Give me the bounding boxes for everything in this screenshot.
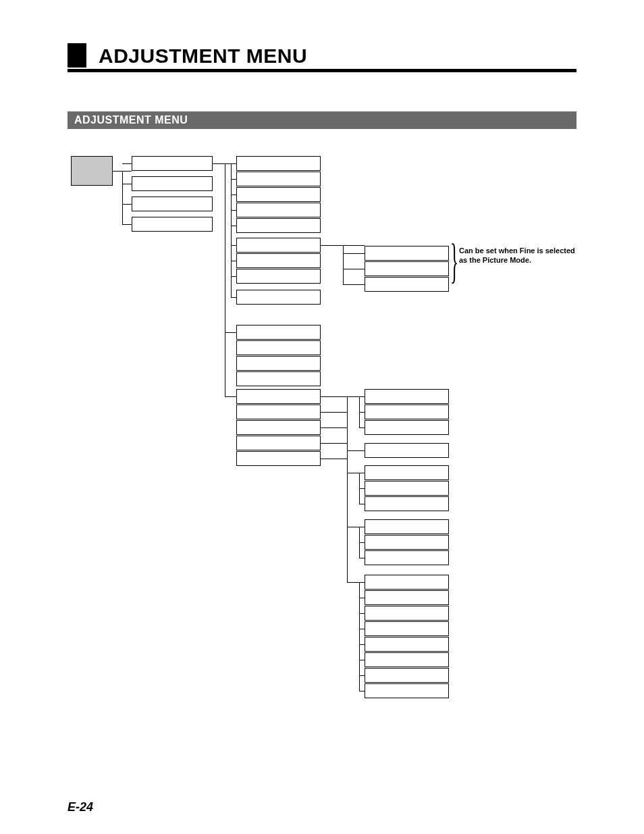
connector [359,660,365,660]
connector [343,253,365,254]
connector [343,245,344,284]
connector [359,675,365,676]
tree-col3-item [365,621,449,636]
tree-col3-item [365,496,449,511]
connector [122,163,132,164]
connector [359,558,365,558]
tree-col2-item [236,253,321,268]
tree-col3-item [365,465,449,480]
connector [321,412,347,413]
connector [321,459,347,459]
tree-col2-item [236,238,321,253]
tree-col2-item [236,187,321,202]
connector [231,163,236,164]
tree-col2-item [236,325,321,340]
tree-col3-item [365,550,449,565]
tree-col2-item [236,218,321,233]
connector [347,450,365,451]
tree-col2-item [236,290,321,305]
tree-col3-item [365,683,449,698]
connector [359,396,365,397]
connector [359,504,365,504]
tree-col3-item [365,405,449,419]
tree-col3-item [365,606,449,621]
connector [231,245,236,246]
tree-root [71,156,113,186]
tree-col1-item [132,176,213,191]
tree-col3-item [365,590,449,605]
tree-col3-item [365,652,449,667]
connector [343,284,365,285]
connector [359,412,365,413]
tree-col2-item [236,156,321,171]
connector [359,691,365,692]
picture-mode-note: Can be set when Fine is selected as the … [459,246,581,265]
brace-icon: } [450,239,458,283]
connector [231,297,236,298]
connector [343,269,365,269]
tree-col3-item [365,637,449,652]
tree-col3-item [365,443,449,458]
connector [122,204,132,205]
tree-col3-item [365,261,449,276]
connector [225,396,237,397]
section-heading: ADJUSTMENT MENU [68,111,576,129]
tree-col2-item [236,172,321,186]
connector [122,184,132,184]
tree-col2-item [236,269,321,284]
tree-col2-item [236,371,321,386]
connector [122,224,132,225]
page-number: E-24 [68,800,93,814]
connector [359,427,365,428]
connector [231,194,236,195]
connector [321,427,347,428]
connector [231,226,236,226]
page-title-row: ADJUSTMENT MENU [68,41,576,68]
connector [359,473,365,473]
connector [231,210,236,211]
connector [347,396,348,582]
tree-col2-item [236,203,321,217]
connector [359,629,365,629]
tree-col3-item [365,519,449,534]
tree-col3-item [365,246,449,261]
connector [359,488,365,489]
tree-col2-item [236,451,321,466]
tree-col2-item [236,389,321,404]
tree-col2-item [236,340,321,355]
tree-col2-item [236,436,321,450]
connector [359,582,360,691]
tree-col3-item [365,481,449,496]
tree-col3-item [365,420,449,435]
tree-col3-item [365,277,449,292]
connector [359,598,365,598]
connector [359,527,365,527]
title-accent-block [68,43,86,68]
connector [359,542,365,543]
tree-col3-item [365,535,449,550]
title-underline [68,69,576,72]
tree-col1-item [132,156,213,171]
tree-col2-item [236,356,321,371]
menu-tree-diagram: Can be set when Fine is selected as the … [68,129,576,737]
page-title: ADJUSTMENT MENU [99,45,307,68]
connector [122,171,123,224]
connector [359,582,365,583]
tree-col2-item [236,420,321,435]
connector [225,163,225,396]
connector [359,644,365,645]
tree-col3-item [365,389,449,404]
tree-col1-item [132,217,213,232]
connector [359,613,365,614]
connector [225,332,237,333]
connector [231,179,236,180]
tree-col3-item [365,575,449,590]
tree-col2-item [236,405,321,419]
connector [231,276,236,277]
tree-col3-item [365,668,449,683]
tree-col1-item [132,197,213,211]
connector [231,163,232,297]
connector [231,261,236,261]
connector [321,443,347,444]
